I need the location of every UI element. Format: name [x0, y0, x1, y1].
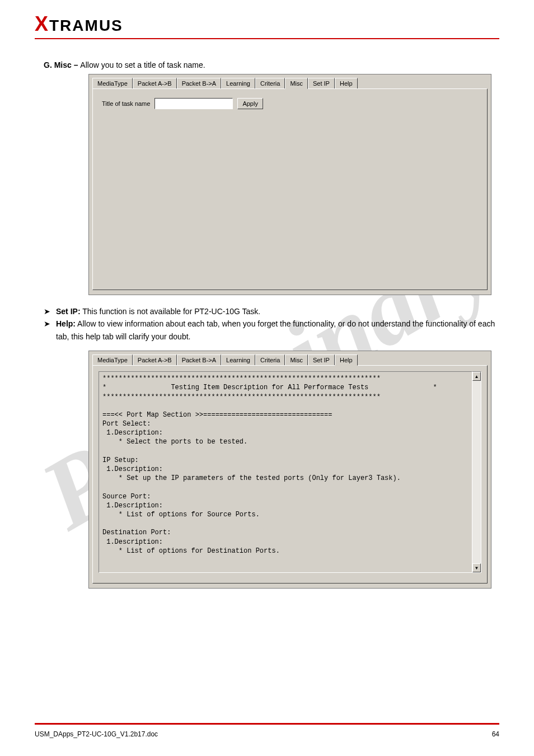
scroll-up-button[interactable]: ▲	[472, 372, 481, 381]
task-name-input[interactable]	[154, 98, 233, 109]
help-text-area[interactable]: ****************************************…	[99, 371, 472, 573]
tab-help[interactable]: Help	[335, 354, 358, 366]
misc-tab-body: Title of task name Apply	[92, 88, 488, 290]
tab-packet-ba[interactable]: Packet B->A	[177, 78, 221, 88]
tab-help[interactable]: Help	[335, 78, 358, 88]
tab-mediatype[interactable]: MediaType	[92, 354, 133, 365]
tab-criteria[interactable]: Criteria	[255, 78, 285, 88]
brand-logo: XTRAMUS	[35, 17, 123, 34]
tab-packet-ba[interactable]: Packet B->A	[177, 354, 221, 365]
tab-bar-misc: MediaType Packet A->B Packet B->A Learni…	[89, 74, 491, 88]
bullet-icon: ➤	[44, 305, 50, 318]
tab-setip[interactable]: Set IP	[308, 354, 335, 365]
scrollbar[interactable]: ▲ ▼	[472, 371, 481, 573]
bullet-list: ➤ Set IP: This function is not available…	[44, 305, 499, 343]
help-tab-body: ****************************************…	[92, 365, 488, 584]
footer-rule	[35, 723, 499, 725]
tab-packet-ab[interactable]: Packet A->B	[133, 354, 177, 365]
page-footer: USM_DApps_PT2-UC-10G_V1.2b17.doc 64	[35, 730, 499, 738]
tab-mediatype[interactable]: MediaType	[92, 78, 133, 88]
tab-bar-help: MediaType Packet A->B Packet B->A Learni…	[89, 351, 491, 365]
tab-misc[interactable]: Misc	[285, 78, 308, 89]
bullet-help: Help: Allow to view information about ea…	[56, 318, 499, 343]
scroll-down-button[interactable]: ▼	[472, 563, 481, 572]
footer-page-number: 64	[492, 730, 499, 738]
bullet-setip: Set IP: This function is not available f…	[56, 305, 260, 318]
tab-packet-ab[interactable]: Packet A->B	[133, 78, 177, 88]
scroll-track[interactable]	[472, 381, 481, 563]
section-g-title: G. Misc – Allow you to set a title of ta…	[44, 60, 499, 69]
apply-button[interactable]: Apply	[237, 98, 263, 109]
tab-misc[interactable]: Misc	[285, 354, 308, 365]
tab-learning[interactable]: Learning	[221, 78, 255, 88]
misc-panel: MediaType Packet A->B Packet B->A Learni…	[88, 74, 491, 295]
tab-setip[interactable]: Set IP	[308, 78, 335, 88]
tab-criteria[interactable]: Criteria	[255, 354, 285, 365]
bullet-icon: ➤	[44, 318, 50, 343]
footer-filename: USM_DApps_PT2-UC-10G_V1.2b17.doc	[35, 730, 158, 738]
tab-learning[interactable]: Learning	[221, 354, 255, 365]
page-header: XTRAMUS	[0, 0, 534, 36]
help-panel: MediaType Packet A->B Packet B->A Learni…	[88, 351, 491, 589]
task-name-label: Title of task name	[102, 100, 150, 107]
